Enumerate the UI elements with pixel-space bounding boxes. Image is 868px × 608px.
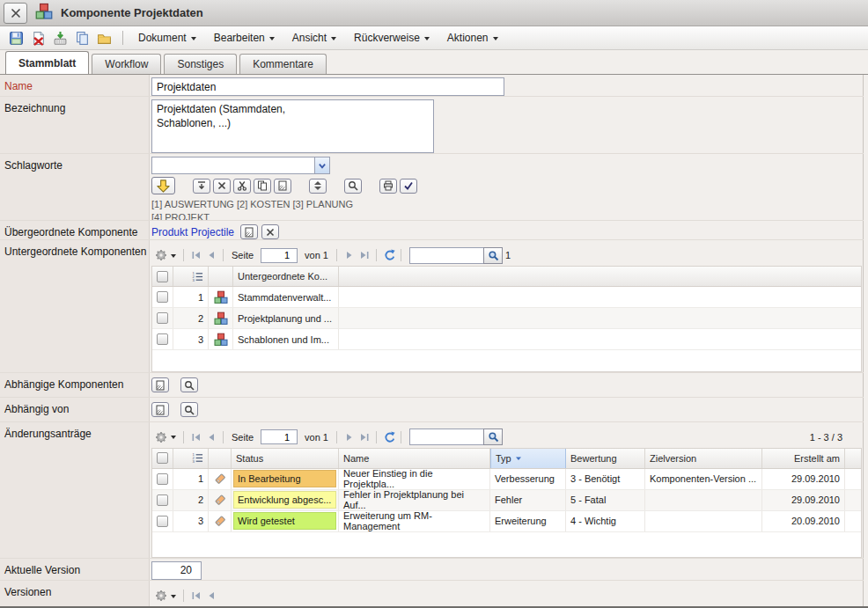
next-page-button[interactable]: [342, 430, 357, 444]
grid-search-input[interactable]: [409, 429, 483, 445]
copy-button[interactable]: [72, 28, 92, 48]
import-button[interactable]: [50, 28, 70, 48]
close-button[interactable]: [4, 3, 27, 24]
schlagworte-combobox[interactable]: [151, 157, 330, 174]
select-all-checkbox[interactable]: [157, 271, 168, 282]
column-header-untergeordnete[interactable]: Untergeordnete Ko...: [233, 267, 339, 286]
select-all-checkbox[interactable]: [157, 452, 168, 464]
select-all-button[interactable]: [193, 179, 210, 194]
combobox-dropdown-button[interactable]: [314, 157, 329, 173]
tab-kommentare[interactable]: Kommentare: [239, 54, 327, 74]
last-page-icon: [359, 432, 370, 443]
column-header-erstellt-am[interactable]: Erstellt am: [762, 449, 845, 468]
remove-reference-button[interactable]: [261, 224, 279, 239]
search-small-button[interactable]: [344, 179, 362, 194]
grid-search-button[interactable]: [483, 247, 503, 264]
next-page-button[interactable]: [342, 248, 357, 262]
tab-workflow[interactable]: Workflow: [92, 54, 161, 74]
folder-icon: [97, 31, 112, 46]
confirm-button[interactable]: [400, 179, 417, 194]
paste-reference-button[interactable]: [151, 377, 169, 392]
table-row[interactable]: 1 Stammdatenverwalt...: [152, 287, 861, 308]
remove-button[interactable]: [213, 179, 231, 194]
first-page-button[interactable]: [188, 430, 203, 444]
paste-reference-button[interactable]: [240, 224, 258, 239]
refresh-button[interactable]: [381, 430, 396, 444]
column-header-label: Typ: [496, 453, 511, 464]
row-checkbox[interactable]: [157, 333, 168, 345]
menu-bearbeiten[interactable]: Bearbeiten: [205, 26, 283, 49]
column-header-bewertung[interactable]: Bewertung: [566, 449, 645, 468]
page-number-input[interactable]: [261, 248, 298, 263]
select-lines-icon: [196, 180, 207, 191]
paste-icon: [155, 380, 166, 391]
paste-icon: [277, 180, 288, 191]
paste-button[interactable]: [274, 179, 291, 194]
change-requests-grid: Seite von 1: [151, 427, 862, 558]
paste-reference-button[interactable]: [151, 402, 169, 417]
parent-component-link[interactable]: Produkt Projectile: [151, 226, 234, 238]
toolbar-separator: [122, 31, 123, 45]
app-window: Komponente Projektdaten Dokument Bearbei…: [0, 0, 868, 608]
apply-down-button[interactable]: [151, 177, 175, 194]
first-page-button[interactable]: [188, 248, 203, 262]
keywords-text: [1] AUSWERTUNG [2] KOSTEN [3] PLANUNG [4…: [151, 198, 857, 220]
column-header-zielversion[interactable]: Zielversion: [645, 449, 762, 468]
change-request-typ: Fehler: [490, 490, 566, 510]
cut-button[interactable]: [233, 179, 251, 194]
row-checkbox[interactable]: [157, 473, 168, 485]
menu-rueckverweise[interactable]: Rückverweise: [345, 26, 438, 49]
menu-aktionen[interactable]: Aktionen: [438, 26, 507, 49]
last-page-button[interactable]: [357, 430, 371, 444]
search-reference-button[interactable]: [180, 377, 198, 392]
tag-icon: [214, 515, 226, 527]
copy-small-button[interactable]: [254, 179, 271, 194]
page-number-input[interactable]: [261, 429, 298, 444]
last-page-button[interactable]: [357, 248, 371, 262]
table-row[interactable]: 1 In Bearbeitung Neuer Einstieg in die P…: [152, 469, 861, 490]
print-button[interactable]: [379, 179, 397, 194]
prev-page-button[interactable]: [203, 589, 218, 603]
row-number: 2: [173, 308, 209, 328]
form-row-aenderungen: Änderungsanträge Seite von 1: [0, 422, 864, 559]
table-row[interactable]: 2 Projektplanung und ...: [152, 308, 861, 329]
grid-settings-button[interactable]: [151, 248, 179, 262]
folder-button[interactable]: [94, 28, 114, 48]
table-row[interactable]: 2 Entwicklung abgesc... Fehler in Projek…: [152, 490, 861, 511]
prev-page-button[interactable]: [203, 248, 218, 262]
refresh-icon: [383, 431, 395, 443]
name-input[interactable]: [151, 77, 504, 96]
form-row-name: Name: [0, 75, 864, 97]
paste-icon: [155, 405, 166, 415]
table-row[interactable]: 3 Wird getestet Erweiterung um RM-Manage…: [152, 511, 861, 532]
bezeichnung-textarea[interactable]: Projektdaten (Stammdaten, Schablonen, ..…: [151, 99, 434, 153]
sort-button[interactable]: [309, 179, 327, 194]
tab-stammblatt[interactable]: Stammblatt: [5, 51, 89, 74]
prev-page-button[interactable]: [203, 430, 218, 444]
delete-document-button[interactable]: [28, 28, 48, 48]
row-checkbox[interactable]: [157, 516, 168, 527]
column-header-name[interactable]: Name: [339, 449, 490, 468]
row-checkbox[interactable]: [157, 312, 168, 324]
first-page-button[interactable]: [188, 589, 203, 603]
row-checkbox[interactable]: [157, 494, 168, 506]
column-header-status[interactable]: Status: [232, 449, 339, 468]
grid-settings-button[interactable]: [151, 430, 179, 444]
table-row[interactable]: 3 Schablonen und Im...: [152, 329, 861, 350]
aktuelle-version-input[interactable]: [151, 561, 202, 580]
x-icon: [217, 180, 227, 191]
change-request-bewertung: 5 - Fatal: [566, 490, 645, 510]
row-number: 3: [173, 511, 209, 531]
menu-ansicht[interactable]: Ansicht: [283, 26, 345, 49]
save-button[interactable]: [6, 28, 26, 48]
row-checkbox[interactable]: [157, 291, 168, 303]
refresh-button[interactable]: [381, 248, 396, 262]
grid-search-input[interactable]: [409, 247, 483, 264]
search-reference-button[interactable]: [180, 402, 198, 417]
column-header-typ[interactable]: Typ: [490, 449, 566, 468]
grid-settings-button[interactable]: [151, 589, 179, 603]
menu-dokument[interactable]: Dokument: [129, 26, 205, 49]
grid-search-button[interactable]: [483, 429, 503, 445]
up-down-icon: [313, 180, 323, 191]
tab-sonstiges[interactable]: Sonstiges: [164, 54, 237, 74]
